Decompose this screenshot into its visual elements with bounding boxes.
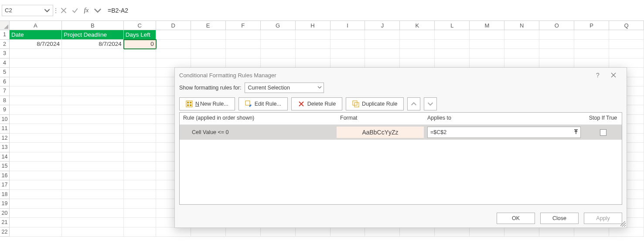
cell-J4[interactable] (365, 59, 400, 68)
delete-rule-button[interactable]: Delete Rule (291, 97, 342, 110)
cell-H2[interactable] (296, 40, 331, 49)
col-head-M[interactable]: M (470, 21, 504, 30)
cell-H4[interactable] (296, 59, 331, 68)
cell-C8[interactable] (124, 96, 156, 106)
row-head-16[interactable]: 16 (0, 171, 10, 181)
cell-O3[interactable] (539, 49, 574, 59)
cell-A7[interactable] (10, 86, 62, 96)
cell-K3[interactable] (400, 49, 435, 59)
cell-F1[interactable] (226, 30, 261, 40)
cell-N3[interactable] (504, 49, 539, 59)
row-head-7[interactable]: 7 (0, 86, 10, 96)
cell-B3[interactable] (62, 49, 124, 59)
row-head-19[interactable]: 19 (0, 199, 10, 209)
cell-C17[interactable] (124, 180, 156, 190)
cell-E1[interactable] (191, 30, 226, 40)
cell-L2[interactable] (435, 40, 470, 49)
row-head-2[interactable]: 2 (0, 40, 10, 49)
cell-Q3[interactable] (609, 49, 644, 59)
cell-E3[interactable] (191, 49, 226, 59)
cell-F22[interactable] (226, 227, 261, 237)
cell-G4[interactable] (261, 59, 296, 68)
cell-A21[interactable] (10, 218, 62, 227)
cell-L1[interactable] (435, 30, 470, 40)
cell-B14[interactable] (62, 152, 124, 162)
cell-A18[interactable] (10, 190, 62, 200)
close-button[interactable]: Close (540, 213, 579, 224)
cell-B1[interactable]: Project Deadline (62, 30, 124, 40)
cell-A2[interactable]: 8/7/2024 (10, 40, 62, 49)
cell-B9[interactable] (62, 105, 124, 115)
cell-K1[interactable] (400, 30, 435, 40)
apply-button[interactable]: Apply (584, 213, 622, 224)
cell-K2[interactable] (400, 40, 435, 49)
col-head-C[interactable]: C (124, 21, 156, 30)
cell-A1[interactable]: Date (10, 30, 62, 40)
cell-B13[interactable] (62, 143, 124, 152)
cell-A3[interactable] (10, 49, 62, 59)
cell-F2[interactable] (226, 40, 261, 49)
move-down-button[interactable] (424, 97, 437, 110)
cell-A19[interactable] (10, 199, 62, 209)
cell-J1[interactable] (365, 30, 400, 40)
cell-C1[interactable]: Days Left (124, 30, 156, 40)
col-head-H[interactable]: H (296, 21, 331, 30)
cell-I2[interactable] (331, 40, 365, 49)
cell-N22[interactable] (504, 227, 539, 237)
cell-C15[interactable] (124, 162, 156, 171)
cell-A4[interactable] (10, 59, 62, 68)
cell-Q4[interactable] (609, 59, 644, 68)
cell-D1[interactable] (156, 30, 191, 40)
row-head-15[interactable]: 15 (0, 162, 10, 171)
cell-N2[interactable] (504, 40, 539, 49)
cell-A5[interactable] (10, 68, 62, 77)
col-head-I[interactable]: I (331, 21, 365, 30)
cell-D3[interactable] (156, 49, 191, 59)
cell-D4[interactable] (156, 59, 191, 68)
cell-F3[interactable] (226, 49, 261, 59)
cell-P2[interactable] (574, 40, 609, 49)
cell-G1[interactable] (261, 30, 296, 40)
cell-G3[interactable] (261, 49, 296, 59)
cell-Q22[interactable] (609, 227, 644, 237)
cell-H22[interactable] (296, 227, 331, 237)
cell-M22[interactable] (470, 227, 504, 237)
cell-O1[interactable] (539, 30, 574, 40)
cell-B16[interactable] (62, 171, 124, 181)
cell-L3[interactable] (435, 49, 470, 59)
cell-P4[interactable] (574, 59, 609, 68)
cell-C10[interactable] (124, 115, 156, 124)
cell-C18[interactable] (124, 190, 156, 200)
cell-G2[interactable] (261, 40, 296, 49)
cell-B22[interactable] (62, 227, 124, 237)
cell-C4[interactable] (124, 59, 156, 68)
cell-I4[interactable] (331, 59, 365, 68)
cell-F4[interactable] (226, 59, 261, 68)
cell-C20[interactable] (124, 209, 156, 218)
cell-P22[interactable] (574, 227, 609, 237)
cell-M1[interactable] (470, 30, 504, 40)
cell-E2[interactable] (191, 40, 226, 49)
row-head-3[interactable]: 3 (0, 49, 10, 59)
cell-D2[interactable] (156, 40, 191, 49)
col-head-A[interactable]: A (10, 21, 62, 30)
cell-C13[interactable] (124, 143, 156, 152)
cell-L22[interactable] (435, 227, 470, 237)
cell-B20[interactable] (62, 209, 124, 218)
cell-A12[interactable] (10, 134, 62, 143)
select-all-corner[interactable] (0, 21, 10, 30)
cell-C21[interactable] (124, 218, 156, 227)
col-head-N[interactable]: N (504, 21, 539, 30)
cell-B8[interactable] (62, 96, 124, 106)
cell-B19[interactable] (62, 199, 124, 209)
cell-K4[interactable] (400, 59, 435, 68)
cell-P3[interactable] (574, 49, 609, 59)
cell-J2[interactable] (365, 40, 400, 49)
cell-C5[interactable] (124, 68, 156, 77)
move-up-button[interactable] (407, 97, 420, 110)
cell-B12[interactable] (62, 134, 124, 143)
cell-B21[interactable] (62, 218, 124, 227)
cell-B17[interactable] (62, 180, 124, 190)
cell-I1[interactable] (331, 30, 365, 40)
col-head-J[interactable]: J (365, 21, 400, 30)
